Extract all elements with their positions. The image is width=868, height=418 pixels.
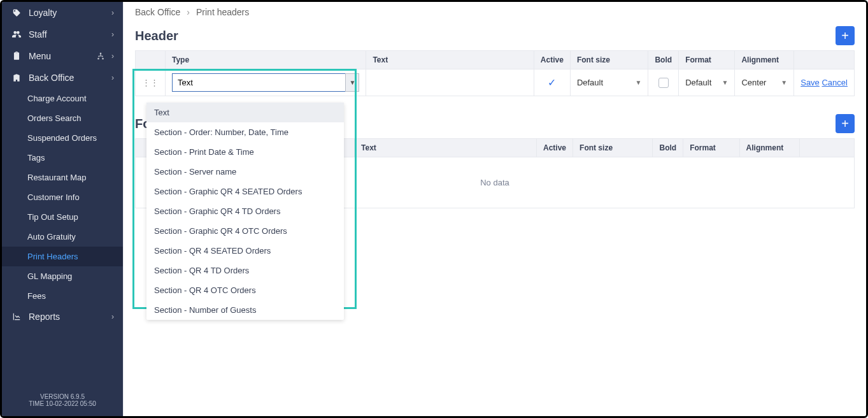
col-text[interactable]: Text — [366, 51, 534, 69]
col-format[interactable]: Format — [679, 51, 735, 69]
dropdown-option[interactable]: Section - QR 4 TD Orders — [146, 261, 344, 280]
breadcrumb-current: Print headers — [196, 7, 249, 17]
bold-checkbox[interactable] — [658, 78, 669, 88]
save-link[interactable]: Save — [800, 78, 820, 87]
sidebar-item-suspended-orders[interactable]: Suspended Orders — [2, 128, 123, 148]
plus-icon: + — [841, 117, 849, 131]
header-table: Type Text Active Font size Bold Format A… — [135, 50, 855, 96]
sidebar-item-back-office[interactable]: Back Office› — [2, 67, 123, 89]
add-header-button[interactable]: + — [836, 26, 855, 45]
sidebar-item-reports[interactable]: Reports› — [2, 306, 123, 328]
chevron-right-icon: › — [111, 8, 114, 17]
sidebar-item-staff[interactable]: Staff› — [2, 24, 123, 45]
dropdown-option[interactable]: Section - QR 4 OTC Orders — [146, 280, 344, 300]
sidebar-item-label: Staff — [29, 29, 111, 40]
sidebar-item-menu[interactable]: Menu› — [2, 45, 123, 67]
dropdown-option[interactable]: Section - Server name — [146, 162, 344, 182]
sidebar-item-label: Loyalty — [29, 8, 111, 18]
breadcrumb-root[interactable]: Back Office — [135, 7, 180, 17]
type-combobox[interactable]: ▼ — [172, 73, 359, 92]
sidebar-item-loyalty[interactable]: Loyalty› — [2, 2, 123, 24]
sidebar-item-tip-out-setup[interactable]: Tip Out Setup — [2, 207, 123, 227]
sidebar-item-auto-gratuity[interactable]: Auto Gratuity — [2, 227, 123, 247]
col-active[interactable]: Active — [534, 51, 570, 69]
building-icon — [11, 73, 22, 82]
dropdown-option[interactable]: Section - Number of Guests — [146, 300, 344, 320]
header-section-title: Header — [135, 29, 178, 43]
type-input[interactable] — [172, 73, 345, 92]
col-bold[interactable]: Bold — [648, 51, 679, 69]
sidebar-item-label: Menu — [29, 51, 96, 61]
dropdown-option[interactable]: Section - Print Date & Time — [146, 142, 344, 162]
sidebar-footer: VERSION 6.9.5 TIME 10-02-2022 05:50 — [2, 389, 123, 416]
dropdown-option[interactable]: Text — [146, 103, 344, 122]
chevron-down-icon[interactable]: ▼ — [345, 73, 359, 92]
chevron-right-icon: › — [187, 7, 190, 17]
version-label: VERSION 6.9.5 — [2, 393, 123, 400]
clipboard-icon — [11, 52, 22, 61]
sidebar-item-customer-info[interactable]: Customer Info — [2, 187, 123, 207]
type-dropdown[interactable]: TextSection - Order: Number, Date, TimeS… — [146, 103, 344, 320]
dropdown-option[interactable]: Section - Order: Number, Date, Time — [146, 122, 344, 142]
chevron-down-icon: ▼ — [636, 79, 642, 86]
col-type[interactable]: Type — [166, 51, 366, 69]
breadcrumb: Back Office › Print headers — [124, 2, 866, 20]
users-icon — [11, 30, 22, 39]
tag-icon — [11, 8, 22, 17]
alignment-select[interactable]: Center ▼ — [741, 75, 787, 90]
sidebar-item-charge-account[interactable]: Charge Account — [2, 89, 123, 108]
dropdown-option[interactable]: Section - Graphic QR 4 OTC Orders — [146, 221, 344, 241]
sidebar-item-tags[interactable]: Tags — [2, 148, 123, 168]
sidebar-item-label: Back Office — [29, 73, 111, 83]
sidebar-item-gl-mapping[interactable]: GL Mapping — [2, 266, 123, 286]
sidebar-item-print-headers[interactable]: Print Headers — [2, 247, 123, 266]
sidebar: Loyalty›Staff›Menu›Back Office› Charge A… — [2, 2, 123, 416]
sidebar-item-fees[interactable]: Fees — [2, 286, 123, 306]
sidebar-item-label: Reports — [29, 312, 111, 322]
dropdown-option[interactable]: Section - Graphic QR 4 SEATED Orders — [146, 182, 344, 201]
drag-handle-icon[interactable]: ⋮⋮ — [142, 78, 159, 87]
add-footer-button[interactable]: + — [836, 114, 855, 133]
sidebar-item-restaurant-map[interactable]: Restaurant Map — [2, 168, 123, 187]
format-select[interactable]: Default ▼ — [685, 75, 728, 90]
time-label: TIME 10-02-2022 05:50 — [2, 400, 123, 407]
cancel-link[interactable]: Cancel — [822, 78, 847, 87]
col-font-size[interactable]: Font size — [570, 51, 648, 69]
chevron-right-icon: › — [111, 30, 114, 39]
chevron-right-icon: › — [111, 52, 114, 61]
chevron-down-icon: ▼ — [781, 79, 787, 86]
chevron-down-icon: ▼ — [722, 79, 729, 86]
chart-icon — [11, 312, 22, 321]
active-checkbox[interactable]: ✓ — [548, 77, 556, 88]
header-row: ⋮⋮ ▼ ✓ Default ▼ — [136, 69, 855, 96]
plus-icon: + — [841, 29, 849, 43]
sidebar-item-orders-search[interactable]: Orders Search — [2, 108, 123, 128]
chevron-right-icon: › — [111, 312, 114, 321]
col-alignment[interactable]: Alignment — [735, 51, 794, 69]
chevron-right-icon: › — [111, 73, 114, 82]
font-size-select[interactable]: Default ▼ — [577, 75, 642, 90]
dropdown-option[interactable]: Section - Graphic QR 4 TD Orders — [146, 201, 344, 221]
dropdown-option[interactable]: Section - QR 4 SEATED Orders — [146, 241, 344, 261]
sitemap-icon[interactable] — [96, 52, 105, 61]
